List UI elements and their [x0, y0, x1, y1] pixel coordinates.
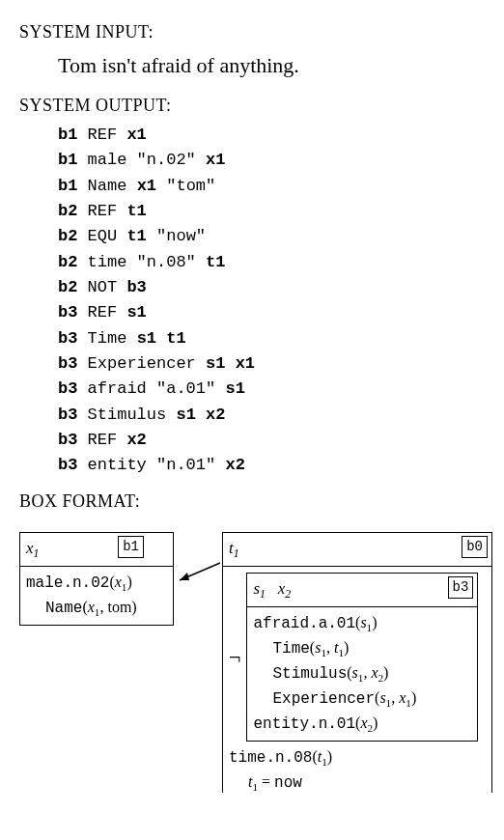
output-line: b3 Experiencer s1 x1 — [58, 351, 485, 377]
negation-row: ¬ s1 x2 b3 afraid.a.01(s1)Time(s1, t1)St… — [229, 573, 486, 742]
drs-header-b0: t1 b0 — [223, 533, 491, 567]
svg-marker-1 — [180, 573, 189, 580]
box-tag-b0: b0 — [462, 536, 488, 558]
system-output-block: b1 REF x1b1 male "n.02" x1b1 Name x1 "to… — [58, 123, 485, 479]
output-line: b3 REF s1 — [58, 300, 485, 325]
output-line: b1 Name x1 "tom" — [58, 174, 485, 199]
output-line: b3 Time s1 t1 — [58, 326, 485, 351]
output-line: b1 REF x1 — [58, 123, 485, 148]
negation-symbol: ¬ — [229, 641, 240, 673]
output-line: b2 NOT b3 — [58, 275, 485, 300]
system-output-label: SYSTEM OUTPUT: — [19, 93, 485, 119]
drs-refs-b0: t1 — [229, 539, 239, 557]
output-line: b3 REF x2 — [58, 428, 485, 453]
drs-body-b1: male.n.02(x1)Name(x1, tom) — [20, 567, 173, 625]
drs-body-b3: afraid.a.01(s1)Time(s1, t1)Stimulus(s1, … — [247, 607, 477, 741]
output-line: b2 time "n.08" t1 — [58, 250, 485, 275]
drs-header-b3: s1 x2 b3 — [247, 574, 477, 607]
box-tag-b1: b1 — [118, 536, 144, 558]
drs-header-b1: x1 b1 — [20, 533, 173, 567]
arrow-icon — [174, 559, 222, 588]
output-line: b3 Stimulus s1 x2 — [58, 403, 485, 428]
drs-refs-b3: s1 x2 — [253, 579, 291, 598]
svg-line-0 — [180, 563, 220, 580]
output-line: b3 entity "n.01" x2 — [58, 453, 485, 478]
drs-box-b3: s1 x2 b3 afraid.a.01(s1)Time(s1, t1)Stim… — [246, 573, 478, 742]
system-input-sentence: Tom isn't afraid of anything. — [58, 49, 485, 81]
output-line: b1 male "n.02" x1 — [58, 148, 485, 173]
system-input-label: SYSTEM INPUT: — [19, 19, 485, 45]
box-format-label: BOX FORMAT: — [19, 489, 485, 515]
drs-refs-b1: x1 — [26, 539, 40, 557]
box-format-area: x1 b1 male.n.02(x1)Name(x1, tom) t1 b0 ¬… — [19, 522, 485, 773]
output-line: b2 EQU t1 "now" — [58, 224, 485, 249]
box-tag-b3: b3 — [448, 576, 474, 599]
drs-body-b0: ¬ s1 x2 b3 afraid.a.01(s1)Time(s1, t1)St… — [223, 567, 491, 793]
drs-box-b1: x1 b1 male.n.02(x1)Name(x1, tom) — [19, 532, 174, 626]
output-line: b2 REF t1 — [58, 199, 485, 224]
drs-box-b0: t1 b0 ¬ s1 x2 b3 afraid.a.01(s1)Time(s1,… — [222, 532, 492, 793]
output-line: b3 afraid "a.01" s1 — [58, 377, 485, 402]
drs-footer-b0: time.n.08(t1)t1 = now — [229, 745, 486, 793]
